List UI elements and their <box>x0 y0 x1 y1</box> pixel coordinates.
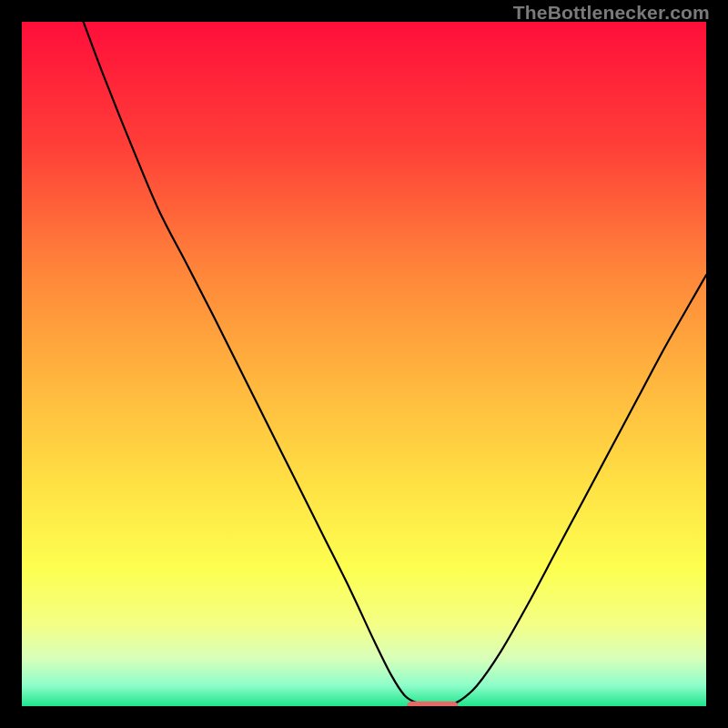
optimal-marker <box>407 702 458 706</box>
chart-background <box>22 22 706 706</box>
chart-frame: TheBottlenecker.com <box>0 0 728 728</box>
bottleneck-chart <box>22 22 706 706</box>
watermark-label: TheBottlenecker.com <box>513 2 710 24</box>
